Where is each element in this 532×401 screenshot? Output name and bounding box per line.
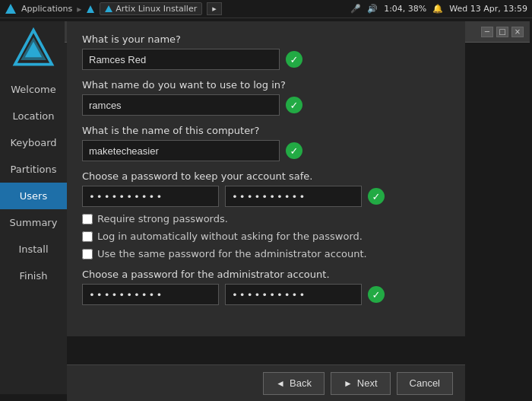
artix-logo-icon: [5, 3, 17, 15]
taskbar-extra-btn[interactable]: ▸: [207, 2, 222, 15]
password-row: ✓: [82, 186, 450, 207]
same-password-label: Use the same password for the administra…: [97, 248, 367, 259]
computer-label: What is the name of this computer?: [82, 125, 450, 136]
sidebar-item-partitions[interactable]: Partitions: [0, 156, 67, 183]
password-label: Choose a password to keep your account s…: [82, 170, 450, 182]
autologin-checkbox[interactable]: [82, 231, 93, 242]
admin-password-confirm-input[interactable]: [225, 284, 362, 305]
admin-password-label: Choose a password for the administrator …: [82, 269, 450, 280]
strong-password-row: Require strong passwords.: [82, 213, 450, 224]
sidebar-item-welcome[interactable]: Welcome: [0, 76, 67, 103]
login-check-icon: ✓: [286, 97, 302, 113]
main-content: What is your name? ✓ What name do you wa…: [67, 21, 465, 336]
taskbar-installer-btn[interactable]: Artix Linux Installer: [100, 2, 202, 15]
sidebar-item-location[interactable]: Location: [0, 103, 67, 129]
taskbar: Applications ▸ Artix Linux Installer ▸ 🎤…: [0, 0, 532, 18]
computer-check-icon: ✓: [286, 142, 302, 159]
cancel-button[interactable]: Cancel: [397, 372, 453, 395]
svg-marker-0: [5, 4, 16, 14]
name-row: ✓: [82, 49, 450, 70]
password-input[interactable]: [82, 186, 219, 207]
login-label: What name do you want to use to log in?: [82, 79, 450, 91]
taskbar-datetime: Wed 13 Apr, 13:59: [449, 4, 527, 14]
svg-marker-1: [87, 5, 94, 13]
name-check-icon: ✓: [286, 51, 302, 68]
next-button[interactable]: ► Next: [331, 372, 391, 395]
same-password-row: Use the same password for the administra…: [82, 248, 450, 259]
computer-row: ✓: [82, 140, 450, 161]
sidebar: Welcome Location Keyboard Partitions Use…: [0, 21, 67, 394]
admin-password-input[interactable]: [82, 284, 219, 305]
autologin-label: Log in automatically without asking for …: [97, 231, 363, 242]
name-label: What is your name?: [82, 33, 450, 45]
sidebar-item-keyboard[interactable]: Keyboard: [0, 129, 67, 156]
sidebar-item-install[interactable]: Install: [0, 236, 67, 263]
taskbar-mic-icon: 🎤: [350, 4, 361, 14]
button-bar: ◄ Back ► Next Cancel: [67, 364, 465, 401]
computer-input[interactable]: [82, 140, 280, 161]
password-confirm-input[interactable]: [225, 186, 362, 207]
strong-password-checkbox[interactable]: [82, 214, 93, 224]
same-password-checkbox[interactable]: [82, 249, 93, 259]
sidebar-item-summary[interactable]: Summary: [0, 209, 67, 236]
taskbar-battery: 1:04, 38%: [384, 4, 426, 14]
svg-marker-2: [105, 5, 112, 12]
artix-small-icon: [86, 5, 95, 14]
sidebar-item-finish[interactable]: Finish: [0, 263, 67, 289]
password-check-icon: ✓: [368, 188, 385, 205]
installer-triangle-icon: [105, 5, 112, 13]
autologin-row: Log in automatically without asking for …: [82, 231, 450, 242]
login-row: ✓: [82, 94, 450, 116]
admin-password-check-icon: ✓: [368, 286, 385, 303]
login-input[interactable]: [82, 94, 280, 116]
admin-password-row: ✓: [82, 284, 450, 305]
minimize-button[interactable]: −: [481, 27, 493, 37]
taskbar-bell-icon: 🔔: [432, 4, 443, 14]
taskbar-volume-icon: 🔊: [367, 4, 378, 14]
taskbar-app-label[interactable]: Applications: [21, 4, 72, 14]
name-input[interactable]: [82, 49, 280, 70]
strong-password-label: Require strong passwords.: [97, 213, 228, 224]
close-button[interactable]: ×: [511, 27, 524, 37]
sidebar-logo-icon: [12, 27, 55, 70]
taskbar-separator: ▸: [77, 4, 81, 14]
sidebar-item-users[interactable]: Users: [0, 183, 67, 209]
maximize-button[interactable]: □: [496, 27, 508, 37]
window-controls: − □ ×: [481, 27, 524, 37]
back-button[interactable]: ◄ Back: [263, 372, 325, 395]
